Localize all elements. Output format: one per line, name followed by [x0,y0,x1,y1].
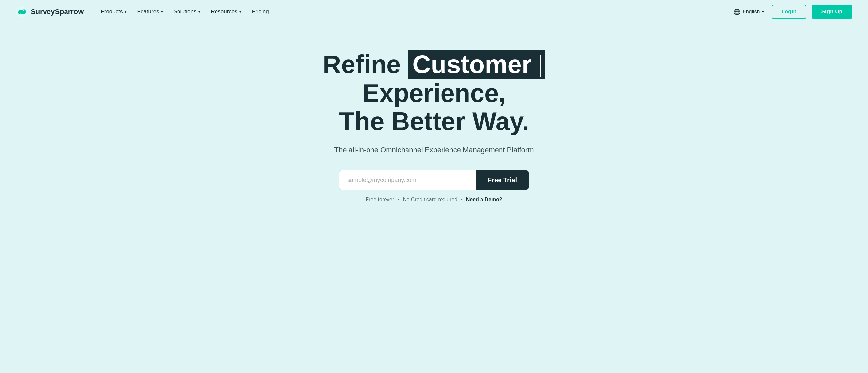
globe-icon [733,8,741,16]
nav-link-features[interactable]: Features ▾ [133,6,167,18]
logo-link[interactable]: SurveySparrow [16,6,84,18]
nav-link-products[interactable]: Products ▾ [97,6,130,18]
logo-icon [16,6,28,18]
free-trial-button[interactable]: Free Trial [476,170,529,190]
hero-title: Refine Customer Experience, The Better W… [287,50,581,135]
nav-left: SurveySparrow Products ▾ Features ▾ Solu… [16,6,273,18]
nav-links: Products ▾ Features ▾ Solutions ▾ Resour… [97,6,273,18]
nav-right: English ▾ Login Sign Up [731,5,852,19]
hero-section: Refine Customer Experience, The Better W… [0,24,868,222]
language-chevron-icon: ▾ [762,9,764,14]
hero-title-highlight: Customer [408,50,546,79]
logo-text: SurveySparrow [31,7,84,16]
nav-link-pricing[interactable]: Pricing [248,6,273,18]
chevron-down-icon: ▾ [198,10,200,14]
chevron-down-icon: ▾ [161,10,163,14]
hero-note-no-cc: No Credit card required [403,197,457,202]
language-label: English [743,9,760,15]
need-demo-link[interactable]: Need a Demo? [466,197,502,202]
nav-item-resources[interactable]: Resources ▾ [207,6,245,18]
login-button[interactable]: Login [772,5,806,19]
nav-item-solutions[interactable]: Solutions ▾ [170,6,205,18]
nav-item-features[interactable]: Features ▾ [133,6,167,18]
hero-title-suffix: Experience, [362,79,506,108]
separator-2: • [461,197,463,202]
chevron-down-icon: ▾ [125,10,127,14]
hero-note: Free forever • No Credit card required •… [366,197,502,203]
nav-item-products[interactable]: Products ▾ [97,6,130,18]
svg-point-1 [23,10,24,11]
email-input[interactable] [339,170,476,190]
signup-button[interactable]: Sign Up [812,5,852,19]
navbar: SurveySparrow Products ▾ Features ▾ Solu… [0,0,868,24]
chevron-down-icon: ▾ [240,10,241,14]
nav-link-solutions[interactable]: Solutions ▾ [170,6,205,18]
hero-subtitle: The all-in-one Omnichannel Experience Ma… [334,146,534,154]
hero-form: Free Trial [339,170,529,190]
hero-title-line2: The Better Way. [339,107,529,136]
language-selector[interactable]: English ▾ [731,6,766,18]
separator-1: • [398,197,400,202]
hero-note-free: Free forever [366,197,394,202]
hero-title-prefix: Refine [322,50,401,79]
nav-link-resources[interactable]: Resources ▾ [207,6,245,18]
nav-item-pricing[interactable]: Pricing [248,6,273,18]
